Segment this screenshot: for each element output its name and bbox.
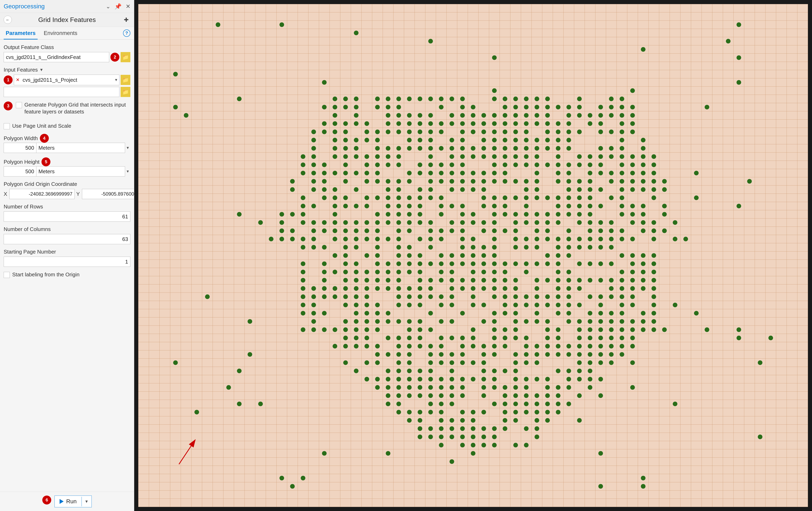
folder-icon-3: 📁 — [122, 89, 129, 95]
back-button[interactable]: ← — [4, 16, 12, 24]
generate-polygon-checkbox[interactable] — [16, 102, 22, 108]
run-button-container[interactable]: Run ▼ — [55, 495, 91, 507]
polygon-height-input-row: Meters Kilometers Feet Miles ▼ — [4, 166, 130, 176]
help-button[interactable]: ? — [123, 29, 130, 37]
polygon-height-unit-select[interactable]: Meters Kilometers Feet Miles — [36, 166, 125, 176]
start-labeling-row: Start labeling from the Origin — [4, 271, 130, 278]
number-of-rows-group: Number of Rows — [4, 203, 130, 222]
right-panel — [134, 0, 812, 511]
starting-page-number-label: Starting Page Number — [4, 249, 130, 255]
input-features-select[interactable]: cvs_jgd2011_s_Project — [21, 75, 114, 85]
folder-icon: 📁 — [122, 54, 129, 60]
output-feature-class-label: Output Feature Class — [4, 44, 130, 51]
output-folder-button[interactable]: 📁 — [121, 52, 130, 62]
left-panel: Geoprocessing ⌄ 📌 ✕ ← Grid Index Feature… — [0, 0, 134, 511]
x-label: X — [4, 191, 8, 197]
close-icon[interactable]: ✕ — [126, 3, 130, 10]
output-feature-class-group: Output Feature Class 2 📁 — [4, 44, 130, 62]
origin-coordinate-label: Polygon Grid Origin Coordinate — [4, 181, 130, 187]
number-of-columns-input[interactable] — [4, 234, 130, 244]
generate-polygon-row: Generate Polygon Grid that intersects in… — [16, 102, 130, 115]
use-page-unit-checkbox[interactable] — [4, 123, 10, 129]
run-play-icon — [60, 499, 64, 504]
starting-page-number-input[interactable] — [4, 257, 130, 267]
tab-environments[interactable]: Environments — [42, 27, 79, 39]
use-page-unit-row: Use Page Unit and Scale — [4, 123, 130, 130]
polygon-width-unit-arrow: ▼ — [125, 146, 130, 150]
add-button[interactable]: ✚ — [122, 16, 130, 24]
run-dropdown-button[interactable]: ▼ — [82, 497, 91, 506]
input-features-row: 1 ✕ cvs_jgd2011_s_Project ▼ 📁 — [4, 75, 130, 85]
map-container — [138, 4, 808, 507]
y-label: Y — [76, 191, 80, 197]
polygon-width-label: Polygon Width — [4, 135, 38, 142]
polygon-height-label-row: Polygon Height 5 — [4, 158, 130, 166]
input-features-second-row: 📁 — [4, 87, 130, 97]
origin-coordinate-group: Polygon Grid Origin Coordinate X Y — [4, 181, 130, 199]
annotation-1: 1 — [4, 76, 12, 84]
output-feature-class-row: 2 📁 — [4, 52, 130, 62]
number-of-rows-input[interactable] — [4, 211, 130, 222]
map-canvas — [138, 4, 808, 507]
use-page-unit-group: Use Page Unit and Scale — [4, 123, 130, 130]
annotation-3-area: 3 Generate Polygon Grid that intersects … — [4, 102, 130, 119]
polygon-height-group: Polygon Height 5 Meters Kilometers Feet … — [4, 158, 130, 176]
starting-page-number-group: Starting Page Number — [4, 249, 130, 267]
input-features-with-remove: ✕ cvs_jgd2011_s_Project ▼ — [14, 75, 119, 85]
input-features-dropdown-icon[interactable]: ▼ — [39, 67, 44, 72]
polygon-width-unit-select[interactable]: Meters Kilometers Feet Miles — [36, 143, 125, 153]
x-coordinate-input[interactable] — [9, 189, 75, 199]
remove-input-feature-button[interactable]: ✕ — [14, 75, 21, 85]
generate-polygon-label: Generate Polygon Grid that intersects in… — [24, 102, 130, 115]
minimize-icon[interactable]: ⌄ — [106, 3, 110, 10]
annotation-4: 4 — [40, 134, 49, 143]
generate-polygon-group: Generate Polygon Grid that intersects in… — [16, 102, 130, 119]
input-features-empty-select[interactable] — [4, 87, 119, 97]
folder-icon-2: 📁 — [122, 77, 129, 83]
pin-icon[interactable]: 📌 — [115, 3, 122, 10]
arrow-annotation — [167, 434, 203, 466]
output-feature-class-input[interactable] — [4, 52, 109, 62]
number-of-rows-label: Number of Rows — [4, 203, 130, 210]
number-of-columns-group: Number of Columns — [4, 226, 130, 244]
annotation-2: 2 — [110, 53, 119, 62]
start-labeling-label: Start labeling from the Origin — [12, 271, 80, 278]
origin-coordinate-row: X Y — [4, 189, 130, 199]
panel-header: ← Grid Index Features ✚ — [0, 13, 134, 27]
panel-content: Output Feature Class 2 📁 Input Features … — [0, 40, 134, 492]
start-labeling-group: Start labeling from the Origin — [4, 271, 130, 278]
input-folder-button-1[interactable]: 📁 — [121, 75, 130, 85]
polygon-height-input[interactable] — [4, 166, 36, 176]
polygon-width-input-row: Meters Kilometers Feet Miles ▼ — [4, 143, 130, 153]
panel-title: Grid Index Features — [38, 16, 96, 24]
title-actions: ⌄ 📌 ✕ — [106, 3, 130, 10]
tabs-bar: Parameters Environments ? — [0, 27, 134, 40]
polygon-width-input[interactable] — [4, 143, 36, 153]
annotation-5: 5 — [41, 158, 51, 166]
select-dropdown-arrow: ▼ — [114, 78, 119, 82]
polygon-width-group: Polygon Width 4 Meters Kilometers Feet M… — [4, 134, 130, 153]
tab-parameters[interactable]: Parameters — [4, 27, 38, 39]
polygon-height-label: Polygon Height — [4, 159, 39, 165]
use-page-unit-label: Use Page Unit and Scale — [12, 123, 71, 130]
polygon-width-label-row: Polygon Width 4 — [4, 134, 130, 143]
input-features-label: Input Features ▼ — [4, 67, 130, 73]
annotation-6: 6 — [42, 495, 51, 505]
annotation-3: 3 — [4, 102, 12, 110]
polygon-height-unit-arrow: ▼ — [125, 169, 130, 174]
run-button-main[interactable]: Run — [55, 496, 81, 507]
svg-line-1 — [179, 440, 195, 464]
panel-footer: 6 Run ▼ — [0, 492, 134, 511]
number-of-columns-label: Number of Columns — [4, 226, 130, 232]
run-dropdown-arrow: ▼ — [85, 499, 89, 504]
title-bar: Geoprocessing ⌄ 📌 ✕ — [0, 0, 134, 13]
y-coordinate-input[interactable] — [82, 189, 134, 199]
input-features-group: Input Features ▼ 1 ✕ cvs_jgd2011_s_Proje… — [4, 67, 130, 97]
input-folder-button-2[interactable]: 📁 — [121, 87, 130, 97]
run-button-label: Run — [66, 498, 77, 505]
app-title: Geoprocessing — [4, 3, 45, 10]
start-labeling-checkbox[interactable] — [4, 272, 10, 278]
